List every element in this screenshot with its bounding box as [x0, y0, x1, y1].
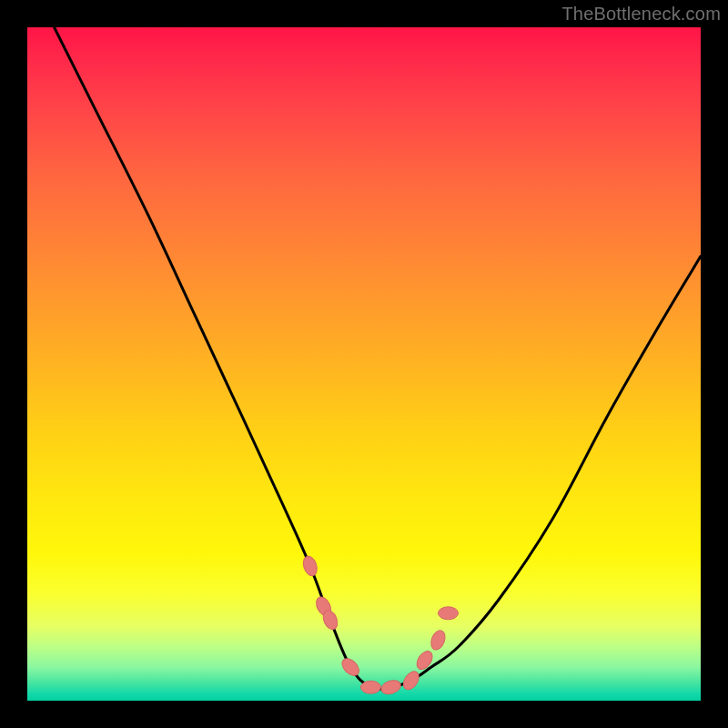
- chart-svg: [27, 27, 701, 701]
- fit-marker: [301, 554, 319, 577]
- fit-marker: [439, 607, 459, 620]
- fit-region-markers: [301, 554, 459, 696]
- fit-marker: [414, 649, 436, 672]
- attribution-watermark: TheBottleneck.com: [561, 4, 721, 25]
- bottleneck-curve: [55, 27, 701, 689]
- fit-marker: [429, 629, 448, 652]
- fit-marker: [400, 669, 422, 693]
- fit-marker: [339, 655, 361, 678]
- chart-plot-area: [27, 27, 701, 701]
- fit-marker: [360, 681, 380, 693]
- fit-marker: [379, 678, 402, 696]
- bottleneck-curve-path: [55, 27, 701, 689]
- chart-frame: TheBottleneck.com: [0, 0, 728, 728]
